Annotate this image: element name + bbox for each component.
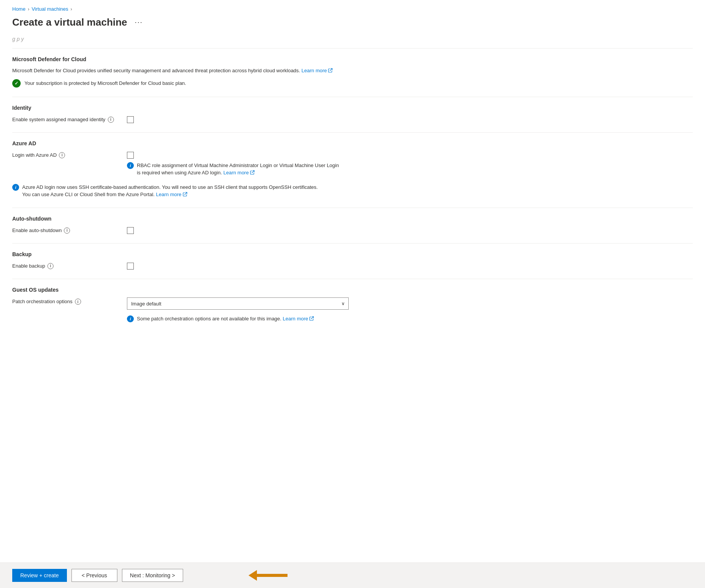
- patch-info-row: Some patch orchestration options are not…: [127, 315, 693, 323]
- arrow-body: [257, 574, 288, 577]
- patch-learn-more-link[interactable]: Learn more: [283, 315, 314, 323]
- guest-os-info-icon[interactable]: i: [75, 299, 81, 305]
- patch-info-text: Some patch orchestration options are not…: [137, 315, 314, 323]
- content-area: g p y Microsoft Defender for Cloud Micro…: [0, 36, 705, 562]
- next-monitoring-button[interactable]: Next : Monitoring >: [122, 569, 183, 582]
- backup-label-col: Enable backup i: [12, 262, 119, 270]
- defender-description: Microsoft Defender for Cloud provides un…: [12, 67, 341, 75]
- azure-ad-note-box: Azure AD login now uses SSH certificate-…: [12, 184, 326, 198]
- defender-status-row: Your subscription is protected by Micros…: [12, 79, 693, 88]
- guest-os-section: Guest OS updates Patch orchestration opt…: [12, 287, 693, 323]
- patch-orchestration-select-wrapper: Image default ∨: [127, 297, 349, 310]
- identity-field-label: Enable system assigned managed identity: [12, 116, 106, 123]
- breadcrumb-sep-1: ›: [28, 6, 29, 12]
- check-icon: [12, 79, 21, 88]
- identity-section: Identity Enable system assigned managed …: [12, 105, 693, 123]
- defender-status-text: Your subscription is protected by Micros…: [24, 80, 186, 86]
- backup-control-col: [127, 262, 693, 270]
- guest-os-field-label: Patch orchestration options: [12, 298, 73, 305]
- azure-ad-info-icon[interactable]: i: [59, 152, 65, 158]
- azure-ad-field-label: Login with Azure AD: [12, 152, 57, 159]
- breadcrumb-virtual-machines[interactable]: Virtual machines: [32, 6, 68, 12]
- guest-os-control-col: Image default ∨ Some patch orchestration…: [127, 297, 693, 323]
- azure-ad-note-circle: [12, 184, 19, 191]
- azure-ad-title: Azure AD: [12, 140, 693, 146]
- divider-5: [12, 279, 693, 279]
- identity-title: Identity: [12, 105, 693, 111]
- divider-4: [12, 243, 693, 244]
- backup-info-icon[interactable]: i: [47, 263, 54, 269]
- azure-ad-checkbox[interactable]: [127, 152, 134, 159]
- azure-ad-note-text: Azure AD login now uses SSH certificate-…: [22, 184, 326, 198]
- guest-os-form-row: Patch orchestration options i Image defa…: [12, 297, 693, 323]
- azure-ad-form-row: Login with Azure AD i RBAC role assignme…: [12, 151, 693, 177]
- backup-field-label: Enable backup: [12, 263, 45, 270]
- breadcrumb-home[interactable]: Home: [12, 6, 26, 12]
- auto-shutdown-field-label: Enable auto-shutdown: [12, 227, 62, 234]
- arrow-head: [249, 570, 257, 581]
- ellipsis-menu-button[interactable]: ···: [132, 18, 146, 27]
- defender-learn-more-link[interactable]: Learn more: [302, 67, 333, 75]
- auto-shutdown-info-icon[interactable]: i: [64, 227, 70, 234]
- footer-bar: Review + create < Previous Next : Monito…: [0, 562, 705, 588]
- previous-button[interactable]: < Previous: [71, 569, 117, 582]
- defender-section: Microsoft Defender for Cloud Microsoft D…: [12, 56, 693, 88]
- backup-title: Backup: [12, 251, 693, 257]
- patch-info-circle: [127, 315, 134, 322]
- divider-1: [12, 97, 693, 97]
- auto-shutdown-checkbox[interactable]: [127, 227, 134, 234]
- page-title-row: Create a virtual machine ···: [0, 15, 705, 36]
- backup-form-row: Enable backup i: [12, 262, 693, 270]
- backup-checkbox[interactable]: [127, 263, 134, 270]
- auto-shutdown-control-col: [127, 226, 693, 234]
- arrow-annotation: [249, 570, 288, 581]
- breadcrumb-sep-2: ›: [71, 6, 72, 12]
- azure-ad-control-col: RBAC role assignment of Virtual Machine …: [127, 151, 693, 177]
- auto-shutdown-label-col: Enable auto-shutdown i: [12, 226, 119, 234]
- top-partial-text: g p y: [12, 36, 693, 49]
- divider-3: [12, 208, 693, 208]
- azure-ad-rbac-learn-more[interactable]: Learn more: [223, 169, 254, 177]
- guest-os-label-col: Patch orchestration options i: [12, 297, 119, 305]
- identity-label-col: Enable system assigned managed identity …: [12, 115, 119, 123]
- guest-os-title: Guest OS updates: [12, 287, 693, 293]
- auto-shutdown-section: Auto-shutdown Enable auto-shutdown i: [12, 216, 693, 234]
- azure-ad-info-text: RBAC role assignment of Virtual Machine …: [137, 162, 341, 177]
- azure-ad-info-circle: [127, 162, 134, 169]
- azure-ad-label-col: Login with Azure AD i: [12, 151, 119, 159]
- breadcrumb: Home › Virtual machines ›: [0, 0, 705, 15]
- identity-form-row: Enable system assigned managed identity …: [12, 115, 693, 123]
- auto-shutdown-form-row: Enable auto-shutdown i: [12, 226, 693, 234]
- review-create-button[interactable]: Review + create: [12, 569, 67, 582]
- external-link-icon-4: [309, 316, 314, 321]
- patch-orchestration-select[interactable]: Image default: [127, 297, 349, 310]
- auto-shutdown-title: Auto-shutdown: [12, 216, 693, 222]
- azure-ad-section: Azure AD Login with Azure AD i RBAC role…: [12, 140, 693, 198]
- backup-section: Backup Enable backup i: [12, 251, 693, 270]
- page-title: Create a virtual machine: [12, 16, 127, 28]
- identity-control-col: [127, 115, 693, 123]
- defender-title: Microsoft Defender for Cloud: [12, 56, 693, 62]
- external-link-icon-2: [250, 170, 255, 175]
- divider-2: [12, 132, 693, 133]
- azure-ad-info-box: RBAC role assignment of Virtual Machine …: [127, 162, 341, 177]
- identity-info-icon[interactable]: i: [108, 117, 114, 123]
- external-link-icon: [328, 68, 333, 73]
- external-link-icon-3: [183, 192, 187, 197]
- identity-checkbox[interactable]: [127, 116, 134, 123]
- azure-ad-ssh-learn-more[interactable]: Learn more: [156, 191, 187, 198]
